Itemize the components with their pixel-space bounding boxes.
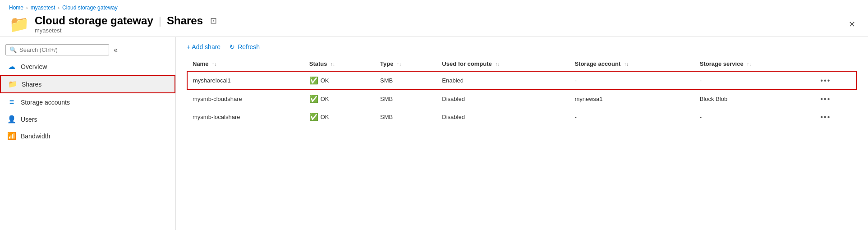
breadcrumb-sep-2: › bbox=[58, 5, 60, 10]
search-box-container[interactable]: 🔍 bbox=[5, 44, 109, 55]
col-header-type[interactable]: Type ↑↓ bbox=[375, 57, 436, 71]
cell-type: SMB bbox=[375, 71, 436, 90]
cell-type: SMB bbox=[375, 108, 436, 126]
cell-used-for-compute: Disabled bbox=[436, 90, 569, 108]
cell-storage-service: Block Blob bbox=[694, 90, 815, 108]
refresh-icon: ↻ bbox=[230, 43, 235, 50]
breadcrumb-cloud-storage-gateway[interactable]: Cloud storage gateway bbox=[62, 5, 118, 11]
check-icon: ✅ bbox=[309, 113, 318, 121]
subtitle: myasetest bbox=[35, 27, 217, 34]
cell-status: ✅OK bbox=[304, 108, 375, 126]
refresh-label: Refresh bbox=[238, 43, 260, 50]
check-icon: ✅ bbox=[309, 76, 318, 85]
cell-storage-account: - bbox=[569, 108, 694, 126]
shares-folder-icon: 📁 bbox=[8, 80, 17, 88]
check-icon: ✅ bbox=[309, 95, 318, 103]
cell-actions[interactable]: ••• bbox=[815, 90, 857, 108]
sidebar-item-users-label: Users bbox=[21, 116, 37, 123]
status-ok: ✅OK bbox=[309, 113, 369, 121]
breadcrumb-myasetest[interactable]: myasetest bbox=[31, 5, 55, 11]
sidebar-item-storage-accounts[interactable]: ≡ Storage accounts bbox=[0, 93, 175, 111]
sidebar-item-shares-label: Shares bbox=[22, 81, 41, 88]
breadcrumb-sep-1: › bbox=[26, 5, 28, 10]
toolbar: + Add share ↻ Refresh bbox=[187, 43, 857, 50]
cell-storage-account: - bbox=[569, 71, 694, 90]
more-actions-button[interactable]: ••• bbox=[821, 77, 831, 85]
sidebar: 🔍 « ☁ Overview 📁 Shares ≡ Storage accoun… bbox=[0, 37, 176, 230]
more-actions-button[interactable]: ••• bbox=[821, 113, 831, 121]
cell-used-for-compute: Enabled bbox=[436, 71, 569, 90]
header: Home › myasetest › Cloud storage gateway… bbox=[0, 0, 868, 37]
search-row: 🔍 « bbox=[0, 41, 175, 58]
col-header-storage-service[interactable]: Storage service ↑↓ bbox=[694, 57, 815, 71]
table-header-row: Name ↑↓ Status ↑↓ Type ↑↓ Used for compu… bbox=[187, 57, 857, 71]
status-ok: ✅OK bbox=[309, 76, 369, 85]
col-header-used-for-compute[interactable]: Used for compute ↑↓ bbox=[436, 57, 569, 71]
refresh-button[interactable]: ↻ Refresh bbox=[230, 43, 260, 50]
cell-status: ✅OK bbox=[304, 71, 375, 90]
folder-icon: 📁 bbox=[9, 16, 29, 32]
breadcrumb: Home › myasetest › Cloud storage gateway bbox=[9, 5, 859, 11]
more-actions-button[interactable]: ••• bbox=[821, 95, 831, 103]
title-divider: | bbox=[159, 14, 161, 27]
cell-used-for-compute: Disabled bbox=[436, 108, 569, 126]
title-text-group: Cloud storage gateway | Shares ⊡ myasete… bbox=[35, 14, 217, 34]
storage-accounts-icon: ≡ bbox=[7, 97, 16, 107]
cell-name: mysharelocal1 bbox=[187, 71, 304, 90]
sort-icon-name: ↑↓ bbox=[212, 62, 216, 67]
sort-icon-storage-account: ↑↓ bbox=[624, 62, 629, 67]
sort-icon-status: ↑↓ bbox=[331, 62, 335, 67]
col-header-actions bbox=[815, 57, 857, 71]
sort-icon-compute: ↑↓ bbox=[495, 62, 500, 67]
users-icon: 👤 bbox=[7, 115, 16, 124]
sidebar-item-users[interactable]: 👤 Users bbox=[0, 111, 175, 128]
status-text: OK bbox=[321, 96, 329, 102]
col-header-name[interactable]: Name ↑↓ bbox=[187, 57, 304, 71]
cell-storage-service: - bbox=[694, 108, 815, 126]
page-section: Shares bbox=[167, 14, 203, 27]
main-content: + Add share ↻ Refresh Name ↑↓ Status ↑↓ bbox=[176, 37, 868, 230]
cell-name: mysmb-localshare bbox=[187, 108, 304, 126]
table-row[interactable]: mysmb-cloudshare✅OKSMBDisabledmynewsa1Bl… bbox=[187, 90, 857, 108]
cell-storage-service: - bbox=[694, 71, 815, 90]
sidebar-item-bandwidth[interactable]: 📶 Bandwidth bbox=[0, 128, 175, 144]
search-input[interactable] bbox=[19, 46, 105, 53]
search-icon: 🔍 bbox=[9, 46, 17, 53]
sidebar-item-bandwidth-label: Bandwidth bbox=[21, 133, 50, 140]
sort-icon-type: ↑↓ bbox=[397, 62, 401, 67]
print-icon[interactable]: ⊡ bbox=[210, 16, 217, 26]
cell-status: ✅OK bbox=[304, 90, 375, 108]
table-row[interactable]: mysmb-localshare✅OKSMBDisabled--••• bbox=[187, 108, 857, 126]
cell-actions[interactable]: ••• bbox=[815, 71, 857, 90]
add-share-button[interactable]: + Add share bbox=[187, 43, 220, 50]
cell-name: mysmb-cloudshare bbox=[187, 90, 304, 108]
sidebar-item-overview-label: Overview bbox=[21, 63, 47, 70]
cloud-icon: ☁ bbox=[7, 62, 16, 71]
status-text: OK bbox=[321, 77, 329, 84]
cell-actions[interactable]: ••• bbox=[815, 108, 857, 126]
cell-storage-account: mynewsa1 bbox=[569, 90, 694, 108]
close-button[interactable]: ✕ bbox=[845, 18, 859, 31]
page-title: Cloud storage gateway bbox=[35, 14, 153, 27]
cell-type: SMB bbox=[375, 90, 436, 108]
bandwidth-icon: 📶 bbox=[7, 132, 16, 140]
sidebar-item-storage-accounts-label: Storage accounts bbox=[21, 99, 70, 106]
sort-icon-storage-service: ↑↓ bbox=[747, 62, 751, 67]
breadcrumb-home[interactable]: Home bbox=[9, 5, 23, 11]
table-row[interactable]: mysharelocal1✅OKSMBEnabled--••• bbox=[187, 71, 857, 90]
sidebar-item-overview[interactable]: ☁ Overview bbox=[0, 58, 175, 75]
col-header-status[interactable]: Status ↑↓ bbox=[304, 57, 375, 71]
collapse-sidebar-button[interactable]: « bbox=[114, 46, 118, 54]
status-text: OK bbox=[321, 114, 329, 120]
col-header-storage-account[interactable]: Storage account ↑↓ bbox=[569, 57, 694, 71]
sidebar-item-shares[interactable]: 📁 Shares bbox=[0, 75, 175, 93]
status-ok: ✅OK bbox=[309, 95, 369, 103]
shares-table: Name ↑↓ Status ↑↓ Type ↑↓ Used for compu… bbox=[187, 57, 857, 126]
main-layout: 🔍 « ☁ Overview 📁 Shares ≡ Storage accoun… bbox=[0, 37, 868, 230]
